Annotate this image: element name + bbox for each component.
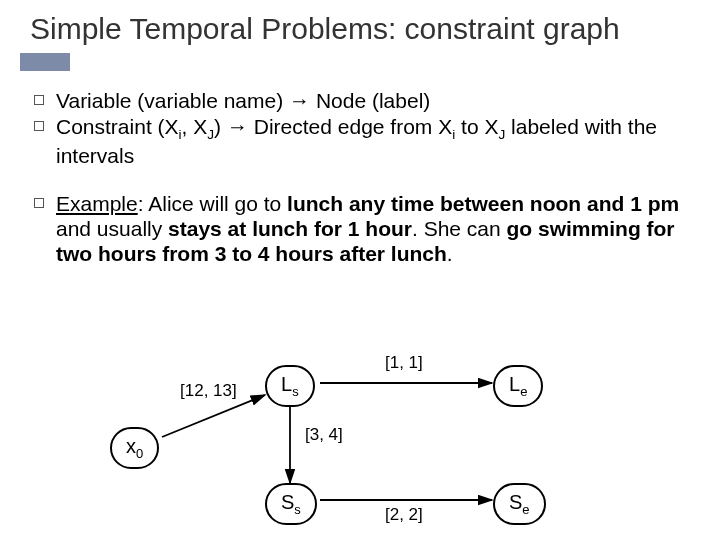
- constraint-graph: x0 Ls Le Ss Se [12, 13] [1, 1] [3, 4] [2…: [110, 345, 610, 535]
- text: , X: [182, 115, 208, 138]
- node-Ss: Ss: [265, 483, 317, 525]
- text: : Alice will go to: [138, 192, 287, 215]
- text: Directed edge from X: [248, 115, 452, 138]
- text: to X: [455, 115, 498, 138]
- node-label: S: [281, 491, 294, 513]
- bold: lunch any time between noon and 1 pm: [287, 192, 679, 215]
- node-x0: x0: [110, 427, 159, 469]
- bullet-list: Variable (variable name) → Node (label) …: [30, 89, 690, 267]
- text: and usually: [56, 217, 168, 240]
- subscript: e: [520, 384, 527, 399]
- text: Variable (variable name): [56, 89, 289, 112]
- accent-bar: [20, 53, 70, 71]
- slide-title: Simple Temporal Problems: constraint gra…: [30, 12, 690, 47]
- node-Se: Se: [493, 483, 546, 525]
- bullet-1: Variable (variable name) → Node (label): [30, 89, 690, 114]
- edge-label-Ss-Se: [2, 2]: [385, 505, 423, 525]
- text: Node (label): [310, 89, 430, 112]
- bullet-3: Example: Alice will go to lunch any time…: [30, 192, 690, 266]
- edge-label-Ls-Le: [1, 1]: [385, 353, 423, 373]
- edge-label-Ls-Ss: [3, 4]: [305, 425, 343, 445]
- example-label: Example: [56, 192, 138, 215]
- slide: Simple Temporal Problems: constraint gra…: [0, 0, 720, 540]
- text: .: [447, 242, 453, 265]
- subscript: e: [522, 502, 529, 517]
- text: . She can: [412, 217, 507, 240]
- text: Constraint (X: [56, 115, 179, 138]
- subscript: s: [292, 384, 299, 399]
- node-Ls: Ls: [265, 365, 315, 407]
- node-label: S: [509, 491, 522, 513]
- subscript: s: [294, 502, 301, 517]
- edge-label-x0-Ls: [12, 13]: [180, 381, 237, 401]
- arrow-icon: →: [227, 115, 248, 138]
- bullet-2: Constraint (Xi, XJ) → Directed edge from…: [30, 115, 690, 168]
- text: ): [214, 115, 227, 138]
- subscript: 0: [136, 446, 143, 461]
- svg-line-0: [162, 395, 265, 437]
- bold: stays at lunch for 1 hour: [168, 217, 412, 240]
- arrow-icon: →: [289, 89, 310, 112]
- node-Le: Le: [493, 365, 543, 407]
- node-label: x: [126, 435, 136, 457]
- node-label: L: [509, 373, 520, 395]
- node-label: L: [281, 373, 292, 395]
